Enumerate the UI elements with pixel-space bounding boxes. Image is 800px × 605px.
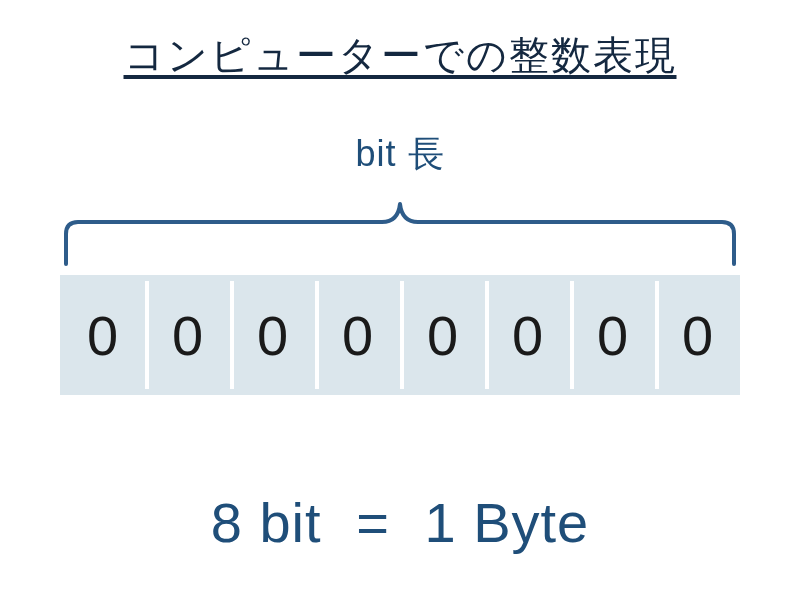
bit-cell: 0 xyxy=(570,275,655,395)
bit-cell: 0 xyxy=(230,275,315,395)
equation-rhs: 1 Byte xyxy=(424,491,589,554)
bit-value: 0 xyxy=(87,303,118,368)
equation-equals: = xyxy=(356,491,390,554)
bit-cell: 0 xyxy=(400,275,485,395)
bit-cell: 0 xyxy=(60,275,145,395)
bit-length-label: bit 長 xyxy=(355,130,444,179)
equation: 8 bit = 1 Byte xyxy=(211,490,589,555)
bit-value: 0 xyxy=(682,303,713,368)
bit-cell: 0 xyxy=(655,275,740,395)
equation-lhs: 8 bit xyxy=(211,491,322,554)
bit-value: 0 xyxy=(427,303,458,368)
bit-cell: 0 xyxy=(145,275,230,395)
bit-value: 0 xyxy=(172,303,203,368)
page-title: コンピューターでの整数表現 xyxy=(124,28,677,83)
bit-cell: 0 xyxy=(485,275,570,395)
brace-bracket xyxy=(62,178,738,268)
bit-cells-row: 0 0 0 0 0 0 0 0 xyxy=(60,275,740,395)
bit-cell: 0 xyxy=(315,275,400,395)
bit-value: 0 xyxy=(342,303,373,368)
bit-value: 0 xyxy=(257,303,288,368)
bit-value: 0 xyxy=(597,303,628,368)
bit-value: 0 xyxy=(512,303,543,368)
